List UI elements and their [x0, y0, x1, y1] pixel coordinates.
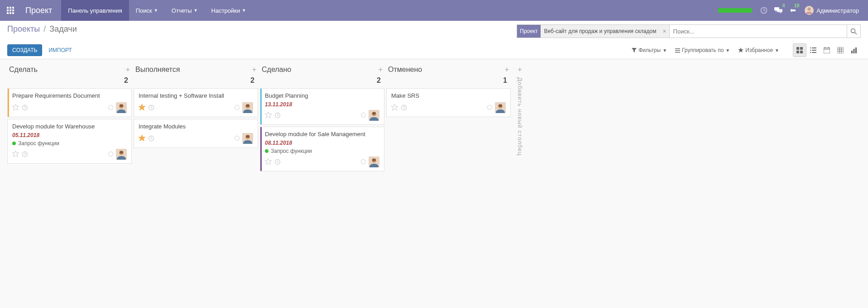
- filter-bar: Фильтры▼ Группировать по▼ Избранное▼: [632, 47, 779, 53]
- star-icon[interactable]: [12, 151, 19, 157]
- favorites-dropdown[interactable]: Избранное▼: [738, 47, 779, 53]
- status-dot[interactable]: [108, 152, 113, 156]
- star-icon[interactable]: [12, 104, 19, 111]
- nav-item-1[interactable]: Поиск▼: [129, 0, 165, 21]
- status-dot[interactable]: [361, 159, 366, 164]
- groupby-dropdown[interactable]: Группировать по▼: [675, 47, 730, 53]
- facet-remove-icon[interactable]: ×: [660, 28, 669, 35]
- svg-rect-27: [824, 48, 830, 53]
- svg-rect-8: [12, 12, 14, 14]
- card-date: 05.11.2018: [12, 132, 127, 138]
- kanban-card[interactable]: Internal testing + Software Install: [134, 88, 258, 117]
- svg-rect-4: [10, 9, 11, 11]
- clock-icon[interactable]: [22, 104, 28, 111]
- nav-item-2[interactable]: Отчеты▼: [165, 0, 205, 21]
- status-dot[interactable]: [235, 136, 240, 141]
- clock-icon[interactable]: [757, 0, 771, 21]
- status-dot[interactable]: [361, 113, 366, 118]
- svg-rect-19: [796, 51, 799, 53]
- list-icon: [675, 48, 680, 53]
- star-icon[interactable]: [139, 104, 145, 111]
- user-menu[interactable]: Администратор: [800, 6, 863, 15]
- kanban-card[interactable]: Develop module for Warehouse05.11.2018За…: [7, 119, 132, 164]
- clock-icon[interactable]: [148, 104, 154, 111]
- avatar-icon[interactable]: [242, 102, 253, 113]
- svg-rect-22: [812, 47, 816, 48]
- clock-icon[interactable]: [274, 112, 281, 118]
- status-dot[interactable]: [235, 105, 240, 110]
- card-tag: Запрос функции: [265, 148, 379, 154]
- funnel-icon: [632, 48, 637, 53]
- star-icon[interactable]: [391, 104, 398, 111]
- breadcrumb: Проекты / Задачи: [7, 24, 517, 34]
- notifications-icon[interactable]: 19: [786, 0, 800, 21]
- avatar-icon[interactable]: [369, 110, 379, 121]
- progress-indicator[interactable]: [718, 8, 752, 13]
- svg-rect-3: [7, 9, 9, 11]
- card-title: Develop module for Warehouse: [12, 123, 127, 131]
- svg-rect-38: [855, 47, 857, 53]
- svg-rect-21: [810, 47, 811, 48]
- create-button[interactable]: СОЗДАТЬ: [7, 44, 42, 56]
- search-input[interactable]: [670, 25, 847, 38]
- nav-item-3[interactable]: Настройки▼: [205, 0, 253, 21]
- avatar-icon[interactable]: [116, 102, 127, 113]
- kanban-card[interactable]: Make SRS: [386, 88, 511, 117]
- card-title: Budget Planning: [265, 92, 379, 100]
- star-icon[interactable]: [139, 135, 145, 142]
- kanban-card[interactable]: Develop module for Sale Management08.11.…: [260, 127, 384, 171]
- view-kanban[interactable]: [793, 43, 806, 57]
- kanban-board: Сделать+2Prepare Requirements DocumentDe…: [0, 59, 868, 180]
- column-count: 2: [260, 76, 384, 88]
- apps-grid-icon: [7, 7, 14, 14]
- clock-icon[interactable]: [401, 104, 407, 111]
- kanban-card[interactable]: Budget Planning13.11.2018: [260, 88, 384, 125]
- view-calendar[interactable]: [820, 43, 834, 57]
- import-button[interactable]: ИМПОРТ: [44, 44, 76, 56]
- column-add-icon[interactable]: +: [126, 66, 130, 74]
- card-title: Prepare Requirements Document: [12, 92, 127, 100]
- topbar-right: 4 19 Администратор: [718, 0, 868, 21]
- messages-icon[interactable]: 4: [771, 0, 786, 21]
- search-icon[interactable]: [847, 25, 860, 38]
- view-list[interactable]: [806, 43, 820, 57]
- column-add-icon[interactable]: +: [379, 66, 383, 74]
- clock-icon[interactable]: [148, 135, 154, 142]
- svg-rect-37: [854, 49, 855, 53]
- column-add-icon[interactable]: +: [505, 66, 509, 74]
- app-switcher[interactable]: [0, 0, 21, 21]
- card-date: 08.11.2018: [265, 140, 379, 146]
- avatar-icon[interactable]: [369, 156, 379, 167]
- clock-icon[interactable]: [274, 159, 281, 165]
- column-title: Сделано: [262, 66, 291, 74]
- column-count: 2: [134, 76, 258, 88]
- add-column[interactable]: +Добавить новый столбец: [513, 66, 527, 156]
- kanban-card[interactable]: Integrate Modules: [134, 119, 258, 148]
- breadcrumb-parent[interactable]: Проекты: [7, 24, 40, 34]
- view-graph[interactable]: [847, 43, 861, 57]
- view-pivot[interactable]: [834, 43, 847, 57]
- clock-icon[interactable]: [22, 151, 28, 157]
- plus-icon: +: [518, 66, 522, 74]
- status-dot[interactable]: [108, 105, 113, 110]
- column-title: Выполняется: [135, 66, 180, 74]
- star-icon[interactable]: [265, 158, 272, 165]
- avatar-icon[interactable]: [116, 149, 127, 160]
- svg-point-12: [851, 28, 855, 33]
- search-facet: Проект Веб-сайт для продаж и управления …: [517, 25, 670, 38]
- nav-item-0[interactable]: Панель управления: [61, 0, 129, 21]
- user-name: Администратор: [816, 7, 859, 14]
- avatar-icon[interactable]: [495, 102, 506, 113]
- star-icon[interactable]: [265, 112, 272, 118]
- column-add-icon[interactable]: +: [252, 66, 256, 74]
- svg-rect-7: [10, 12, 11, 14]
- facet-label: Проект: [517, 25, 541, 38]
- svg-rect-36: [851, 51, 853, 53]
- status-dot[interactable]: [487, 105, 492, 110]
- filters-dropdown[interactable]: Фильтры▼: [632, 47, 667, 53]
- breadcrumb-separator: /: [43, 24, 46, 34]
- avatar-icon[interactable]: [242, 133, 253, 144]
- svg-rect-15: [675, 50, 680, 51]
- svg-rect-5: [12, 9, 14, 11]
- kanban-card[interactable]: Prepare Requirements Document: [7, 88, 132, 117]
